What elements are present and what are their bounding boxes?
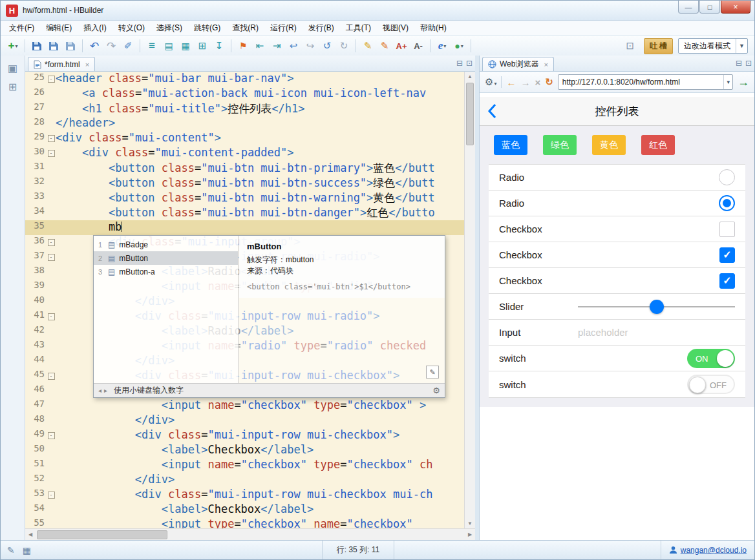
fold-toggle-icon[interactable]: -: [47, 428, 56, 443]
menu-item[interactable]: 选择(S): [151, 21, 188, 35]
browser-go-icon[interactable]: →: [738, 76, 749, 89]
slider-control[interactable]: [578, 297, 735, 316]
radio-unchecked-control[interactable]: [719, 169, 735, 185]
color-button[interactable]: 黄色: [592, 135, 626, 155]
switch-off-control[interactable]: OFF: [687, 375, 735, 394]
fold-toggle-icon[interactable]: -: [47, 131, 56, 146]
color-button[interactable]: 蓝色: [494, 135, 527, 155]
browser-back-icon[interactable]: ←: [506, 77, 516, 88]
code-line[interactable]: 52 </div>: [25, 473, 464, 488]
assist-item[interactable]: 3▤mButton-a: [94, 265, 238, 278]
code-line[interactable]: 32 <button class="mui-btn mui-btn-succes…: [25, 176, 464, 191]
code-line[interactable]: 26 <a class="mui-action-back mui-icon mu…: [25, 87, 464, 101]
menu-item[interactable]: 工具(T): [340, 21, 377, 35]
minimize-button[interactable]: —: [678, 1, 699, 14]
browser-settings-icon[interactable]: ⚙▾: [485, 76, 496, 88]
status-tasks-icon[interactable]: ▦: [23, 545, 31, 555]
code-line[interactable]: 47 <input name="checkbox" type="checkbox…: [25, 399, 464, 413]
maximize-panel-icon[interactable]: ⊡: [466, 59, 473, 68]
scroll-down-icon[interactable]: ▼: [465, 519, 475, 528]
feedback-button[interactable]: 吐 槽: [644, 38, 673, 54]
checkbox-checked-control[interactable]: ✓: [719, 273, 735, 289]
code-line-text[interactable]: </div>: [56, 413, 464, 428]
maximize-button[interactable]: □: [699, 1, 720, 14]
menu-item[interactable]: 帮助(H): [414, 21, 452, 35]
scroll-right-icon[interactable]: ▶: [465, 529, 475, 540]
code-line[interactable]: 31 <button class="mui-btn mui-btn-primar…: [25, 161, 464, 176]
url-bar[interactable]: http://127.0.0.1:8020/hw/form.html ▾: [558, 74, 733, 90]
tooltip-panel-button[interactable]: ⊡: [622, 38, 639, 54]
view-mode-select[interactable]: 边改边看模式 ▼: [678, 38, 748, 54]
edit-snippet-icon[interactable]: ✎: [426, 366, 439, 379]
browser-forward-icon[interactable]: →: [520, 77, 530, 88]
documents-toggle-icon[interactable]: ⊞: [8, 81, 17, 93]
code-line[interactable]: 48 </div>: [25, 413, 464, 428]
chevron-down-icon[interactable]: ▾: [461, 43, 463, 49]
code-line-text[interactable]: <h1 class="mui-title">控件列表</h1>: [56, 101, 464, 116]
font-increase-button[interactable]: A+: [393, 38, 410, 54]
code-line-text[interactable]: <div class="mui-input-row mui-checkbox m…: [56, 488, 464, 503]
menu-item[interactable]: 视图(V): [377, 21, 414, 35]
code-line[interactable]: 35 mb: [25, 220, 464, 235]
code-line-text[interactable]: <input type="checkbox" name="checkbox": [56, 517, 464, 528]
font-decrease-button[interactable]: A-: [410, 38, 427, 54]
maximize-panel-icon[interactable]: ⊡: [745, 59, 752, 68]
assist-next-icon[interactable]: ▸: [104, 387, 107, 394]
code-line[interactable]: 34 <button class="mui-btn mui-btn-danger…: [25, 205, 464, 220]
menu-item[interactable]: 文件(F): [3, 21, 40, 35]
code-line-text[interactable]: </div>: [56, 473, 464, 488]
code-line[interactable]: 51 <input name="checkbox" type="checkbox…: [25, 458, 464, 473]
indent-increase-button[interactable]: ⇥: [268, 38, 285, 54]
minimize-panel-icon[interactable]: ⊟: [456, 59, 463, 68]
nav-back-button[interactable]: ↩: [285, 38, 302, 54]
tab-close-icon[interactable]: ×: [85, 61, 89, 68]
fold-toggle-icon[interactable]: -: [47, 488, 56, 503]
menu-item[interactable]: 运行(R): [264, 21, 303, 35]
code-line[interactable]: 30- <div class="mui-content-padded">: [25, 146, 464, 161]
minimize-panel-icon[interactable]: ⊟: [736, 59, 742, 68]
code-line[interactable]: 29-<div class="mui-content">: [25, 131, 464, 146]
code-line[interactable]: 25-<header class="mui-bar mui-bar-nav">: [25, 72, 464, 87]
code-line[interactable]: 49- <div class="mui-input-row mui-checkb…: [25, 428, 464, 443]
code-line-text[interactable]: <label>Checkbox</label>: [56, 503, 464, 517]
panel-toggle-icon[interactable]: ▣: [8, 62, 17, 74]
editor-vertical-scrollbar[interactable]: ▲ ▼: [464, 72, 475, 528]
browser-stop-icon[interactable]: ×: [535, 77, 540, 88]
insert-image-button[interactable]: ▤: [160, 38, 177, 54]
code-line-text[interactable]: <button class="mui-btn mui-btn-success">…: [56, 176, 464, 191]
assist-item[interactable]: 2▤mButton: [94, 251, 238, 265]
menu-item[interactable]: 插入(I): [78, 21, 112, 35]
code-line[interactable]: 53- <div class="mui-input-row mui-checkb…: [25, 488, 464, 503]
close-button[interactable]: ×: [721, 1, 750, 14]
code-line-text[interactable]: <div class="mui-content">: [56, 131, 464, 146]
code-line[interactable]: 55 <input type="checkbox" name="checkbox…: [25, 517, 464, 528]
menu-item[interactable]: 编辑(E): [40, 21, 78, 35]
code-line[interactable]: 33 <button class="mui-btn mui-btn-warnin…: [25, 191, 464, 205]
code-line-text[interactable]: mb: [56, 220, 464, 235]
code-line-text[interactable]: <label>Checkbox</label>: [56, 443, 464, 458]
menu-item[interactable]: 转义(O): [112, 21, 151, 35]
scroll-left-icon[interactable]: ◀: [25, 529, 36, 540]
refresh-loop-button[interactable]: ↺: [319, 38, 335, 54]
code-line[interactable]: 27 <h1 class="mui-title">控件列表</h1>: [25, 101, 464, 116]
code-line-text[interactable]: <header class="mui-bar mui-bar-nav">: [56, 72, 464, 87]
code-line-text[interactable]: </header>: [56, 116, 464, 131]
snippet-button[interactable]: ▦: [177, 38, 194, 54]
save-all-button[interactable]: [45, 38, 62, 54]
reformat-button[interactable]: ✐: [120, 38, 136, 54]
color-button[interactable]: 绿色: [543, 135, 577, 155]
url-dropdown-icon[interactable]: ▾: [723, 75, 732, 89]
scroll-up-icon[interactable]: ▲: [465, 72, 475, 81]
menu-item[interactable]: 查找(R): [226, 21, 264, 35]
sync-button[interactable]: ↻: [335, 38, 352, 54]
undo-button[interactable]: ↶: [86, 38, 103, 54]
new-file-button[interactable]: +▾: [5, 38, 21, 54]
status-note-icon[interactable]: ✎: [7, 545, 15, 555]
code-line[interactable]: 50 <label>Checkbox</label>: [25, 443, 464, 458]
run-in-chrome-button[interactable]: ●▾: [451, 38, 467, 54]
assist-settings-icon[interactable]: ⚙: [432, 386, 440, 395]
url-text[interactable]: http://127.0.0.1:8020/hw/form.html: [558, 78, 724, 87]
tab-web-browser[interactable]: Web浏览器 ×: [482, 57, 554, 71]
code-line-text[interactable]: <button class="mui-btn mui-btn-warning">…: [56, 191, 464, 205]
code-line-text[interactable]: <input name="checkbox" type="checkbox" >: [56, 399, 464, 413]
